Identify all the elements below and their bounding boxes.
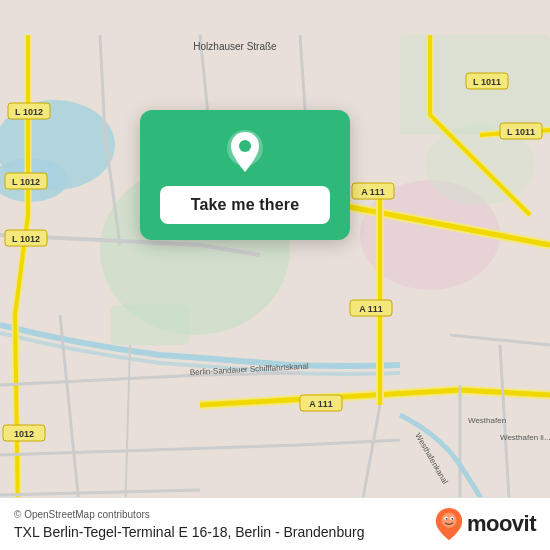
location-name: TXL Berlin-Tegel-Terminal E 16-18, Berli… xyxy=(14,524,364,540)
map-background: Holzhauser Straße L 1012 L 1012 L 1012 L… xyxy=(0,0,550,550)
svg-text:A 111: A 111 xyxy=(309,399,333,409)
svg-text:L 1011: L 1011 xyxy=(473,77,501,87)
svg-point-37 xyxy=(446,518,448,520)
location-pin-icon xyxy=(221,128,269,176)
svg-text:L 1011: L 1011 xyxy=(507,127,535,137)
moovit-logo: moovit xyxy=(435,508,536,540)
svg-rect-4 xyxy=(110,305,190,345)
bottom-left: © OpenStreetMap contributors TXL Berlin-… xyxy=(14,509,364,540)
svg-text:A 111: A 111 xyxy=(359,304,383,314)
svg-point-33 xyxy=(239,140,251,152)
svg-text:1012: 1012 xyxy=(14,429,34,439)
svg-text:Westhafen li...: Westhafen li... xyxy=(500,433,550,442)
svg-point-38 xyxy=(451,518,453,520)
bottom-bar: © OpenStreetMap contributors TXL Berlin-… xyxy=(0,497,550,550)
moovit-logo-text: moovit xyxy=(467,511,536,537)
card-overlay: Take me there xyxy=(140,110,350,240)
svg-point-34 xyxy=(441,513,456,528)
svg-text:L 1012: L 1012 xyxy=(12,177,40,187)
svg-text:A 111: A 111 xyxy=(361,187,385,197)
map-container: Holzhauser Straße L 1012 L 1012 L 1012 L… xyxy=(0,0,550,550)
copyright-text: © OpenStreetMap contributors xyxy=(14,509,364,520)
svg-text:Westhafen: Westhafen xyxy=(468,416,506,425)
take-me-there-button[interactable]: Take me there xyxy=(160,186,330,224)
svg-text:L 1012: L 1012 xyxy=(15,107,43,117)
svg-text:Holzhauser Straße: Holzhauser Straße xyxy=(193,41,277,52)
svg-text:L 1012: L 1012 xyxy=(12,234,40,244)
moovit-pin-icon xyxy=(435,508,463,540)
